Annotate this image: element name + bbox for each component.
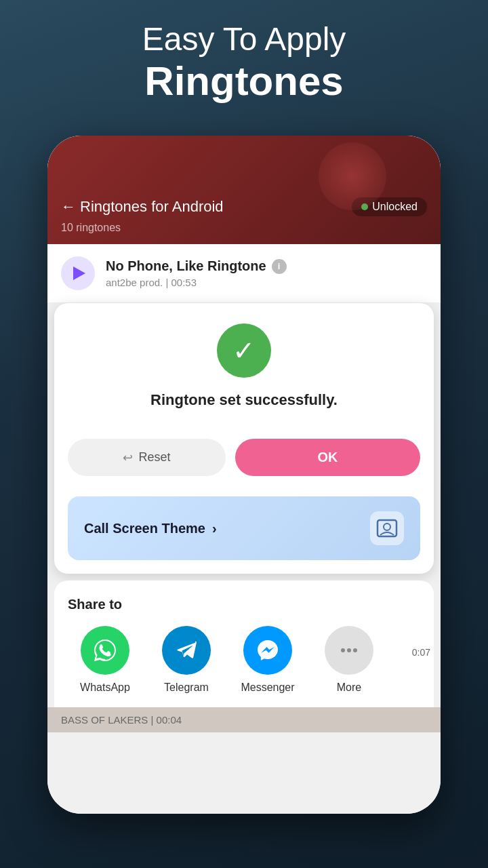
phone-frame: ← Ringtones for Android Unlocked 10 ring… bbox=[47, 136, 441, 814]
modal-card: ✓ Ringtone set successfully. ↩ Reset OK … bbox=[54, 303, 434, 574]
chevron-right-icon: › bbox=[212, 521, 217, 536]
telegram-label: Telegram bbox=[164, 682, 209, 694]
ringtones-count: 10 ringtones bbox=[61, 222, 427, 234]
app-title: Ringtones for Android bbox=[80, 198, 224, 216]
song-info: No Phone, Like Ringtone i ant2be prod. |… bbox=[106, 258, 287, 288]
hero-line1: Easy To Apply bbox=[0, 20, 488, 58]
app-header: ← Ringtones for Android Unlocked 10 ring… bbox=[47, 136, 441, 244]
messenger-icon bbox=[243, 626, 292, 675]
reset-button[interactable]: ↩ Reset bbox=[68, 439, 226, 476]
checkmark-icon: ✓ bbox=[232, 337, 256, 364]
bottom-strip: BASS OF LAKERS | 00:04 bbox=[47, 707, 441, 732]
more-icon bbox=[325, 626, 373, 675]
song-row: No Phone, Like Ringtone i ant2be prod. |… bbox=[47, 244, 441, 303]
call-theme-icon bbox=[370, 511, 404, 545]
whatsapp-label: WhatsApp bbox=[80, 682, 130, 694]
info-icon[interactable]: i bbox=[272, 259, 287, 274]
call-theme-text: Call Screen Theme › bbox=[84, 521, 217, 536]
back-button[interactable]: ← Ringtones for Android bbox=[61, 198, 224, 216]
telegram-icon bbox=[162, 626, 211, 675]
messenger-label: Messenger bbox=[241, 682, 294, 694]
bottom-track: BASS OF LAKERS | 00:04 bbox=[61, 714, 182, 726]
reset-icon: ↩ bbox=[123, 450, 133, 465]
song-meta: ant2be prod. | 00:53 bbox=[106, 277, 287, 288]
svg-point-1 bbox=[384, 524, 390, 530]
song-title: No Phone, Like Ringtone i bbox=[106, 258, 287, 274]
share-whatsapp[interactable]: WhatsApp bbox=[68, 626, 142, 694]
success-circle: ✓ bbox=[217, 323, 271, 378]
share-section: Share to WhatsApp bbox=[54, 580, 434, 707]
svg-point-3 bbox=[347, 648, 351, 652]
more-label: More bbox=[337, 682, 361, 694]
unlocked-label: Unlocked bbox=[372, 201, 418, 213]
share-telegram[interactable]: Telegram bbox=[149, 626, 224, 694]
share-apps: WhatsApp Telegram bbox=[68, 626, 420, 694]
play-icon bbox=[73, 267, 85, 280]
svg-rect-0 bbox=[378, 520, 396, 536]
hero-line2: Ringtones bbox=[0, 58, 488, 104]
success-section: ✓ Ringtone set successfully. bbox=[54, 303, 434, 439]
back-arrow-icon: ← bbox=[61, 198, 76, 216]
headphone-visual bbox=[319, 142, 386, 210]
share-messenger[interactable]: Messenger bbox=[230, 626, 305, 694]
svg-point-2 bbox=[341, 648, 345, 652]
share-more[interactable]: More bbox=[312, 626, 386, 694]
svg-point-4 bbox=[353, 648, 357, 652]
success-message: Ringtone set successfully. bbox=[75, 391, 413, 409]
share-title: Share to bbox=[68, 597, 420, 612]
call-theme-banner[interactable]: Call Screen Theme › bbox=[68, 496, 420, 560]
ok-button[interactable]: OK bbox=[235, 439, 420, 476]
hero-section: Easy To Apply Ringtones bbox=[0, 20, 488, 104]
timestamp: 0:07 bbox=[412, 647, 430, 658]
whatsapp-icon bbox=[81, 626, 129, 675]
play-button[interactable] bbox=[61, 256, 95, 290]
action-buttons: ↩ Reset OK bbox=[54, 439, 434, 490]
phone-screen: ← Ringtones for Android Unlocked 10 ring… bbox=[47, 136, 441, 814]
